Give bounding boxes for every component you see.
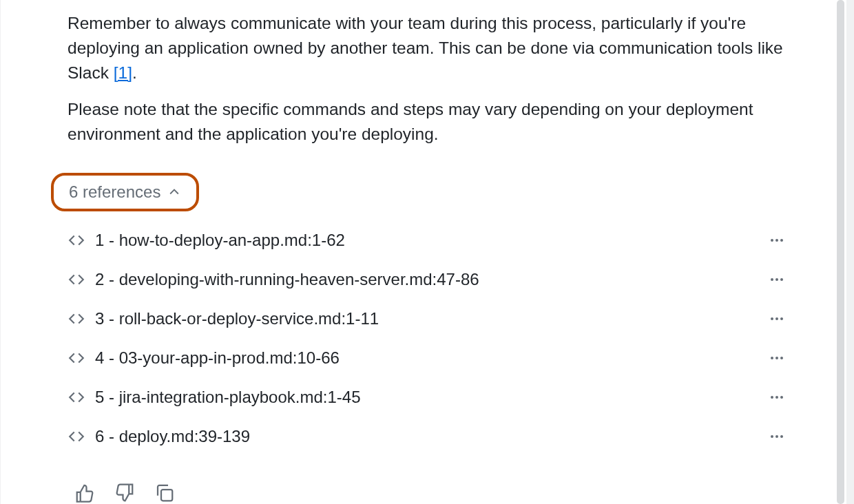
thumbs-up-button[interactable]	[73, 481, 96, 504]
reference-item[interactable]: 1 - how-to-deploy-an-app.md:1-62	[67, 221, 785, 260]
reference-label: 4 - 03-your-app-in-prod.md:10-66	[95, 348, 764, 368]
references-list: 1 - how-to-deploy-an-app.md:1-622 - deve…	[67, 221, 785, 456]
svg-point-17	[780, 435, 783, 438]
svg-point-6	[771, 317, 773, 320]
message-paragraph-2: Please note that the specific commands a…	[67, 97, 785, 147]
copy-icon	[154, 483, 175, 503]
ellipsis-icon	[769, 389, 785, 406]
svg-point-8	[780, 317, 783, 320]
reference-item[interactable]: 4 - 03-your-app-in-prod.md:10-66	[67, 339, 785, 378]
svg-point-9	[771, 357, 773, 359]
ellipsis-icon	[769, 350, 785, 366]
svg-point-2	[780, 239, 783, 242]
reference-label: 2 - developing-with-running-heaven-serve…	[95, 270, 764, 289]
svg-point-15	[771, 435, 773, 438]
message-text: Remember to always communicate with your…	[67, 14, 783, 82]
code-icon	[67, 271, 85, 288]
chat-message-content: Remember to always communicate with your…	[19, 0, 833, 504]
reference-label: 1 - how-to-deploy-an-app.md:1-62	[95, 231, 764, 250]
reference-item[interactable]: 6 - deploy.md:39-139	[67, 417, 785, 456]
svg-point-3	[771, 278, 773, 281]
code-icon	[67, 310, 85, 328]
outer-scrollbar-track	[846, 0, 854, 504]
code-icon	[67, 428, 85, 445]
reference-more-button[interactable]	[764, 385, 789, 410]
reference-label: 3 - roll-back-or-deploy-service.md:1-11	[95, 309, 764, 328]
svg-point-12	[771, 396, 773, 399]
code-icon	[67, 349, 85, 367]
svg-point-10	[775, 357, 778, 359]
reference-more-button[interactable]	[764, 346, 789, 370]
svg-point-1	[775, 239, 778, 242]
message-text: .	[132, 63, 137, 82]
svg-point-16	[775, 435, 778, 438]
reference-more-button[interactable]	[764, 228, 789, 253]
copy-button[interactable]	[153, 481, 176, 504]
reference-more-button[interactable]	[764, 424, 789, 449]
reference-label: 5 - jira-integration-playbook.md:1-45	[95, 388, 764, 407]
panel-left-edge	[0, 0, 19, 504]
thumbs-down-button[interactable]	[113, 481, 136, 504]
ellipsis-icon	[769, 311, 785, 327]
reference-more-button[interactable]	[764, 267, 789, 292]
references-toggle[interactable]: 6 references	[51, 173, 199, 211]
reference-item[interactable]: 5 - jira-integration-playbook.md:1-45	[67, 378, 785, 417]
reference-item[interactable]: 3 - roll-back-or-deploy-service.md:1-11	[67, 300, 785, 339]
citation-link-1[interactable]: [1]	[114, 63, 132, 82]
svg-point-13	[775, 396, 778, 399]
references-toggle-label: 6 references	[69, 182, 160, 202]
svg-point-14	[780, 396, 783, 399]
feedback-row	[73, 481, 785, 504]
ellipsis-icon	[769, 271, 785, 288]
chevron-up-icon	[167, 185, 181, 199]
thumbs-down-icon	[114, 483, 135, 503]
ellipsis-icon	[769, 232, 785, 249]
ellipsis-icon	[769, 428, 785, 445]
code-icon	[67, 231, 85, 249]
thumbs-up-icon	[74, 483, 95, 503]
svg-rect-18	[161, 490, 172, 501]
svg-point-5	[780, 278, 783, 281]
reference-label: 6 - deploy.md:39-139	[95, 427, 764, 446]
inner-scrollbar-thumb[interactable]	[837, 0, 844, 504]
svg-point-11	[780, 357, 783, 359]
svg-point-7	[775, 317, 778, 320]
svg-point-0	[771, 239, 773, 242]
code-icon	[67, 388, 85, 406]
svg-point-4	[775, 278, 778, 281]
message-paragraph-1: Remember to always communicate with your…	[67, 11, 785, 85]
reference-more-button[interactable]	[764, 306, 789, 331]
reference-item[interactable]: 2 - developing-with-running-heaven-serve…	[67, 260, 785, 300]
